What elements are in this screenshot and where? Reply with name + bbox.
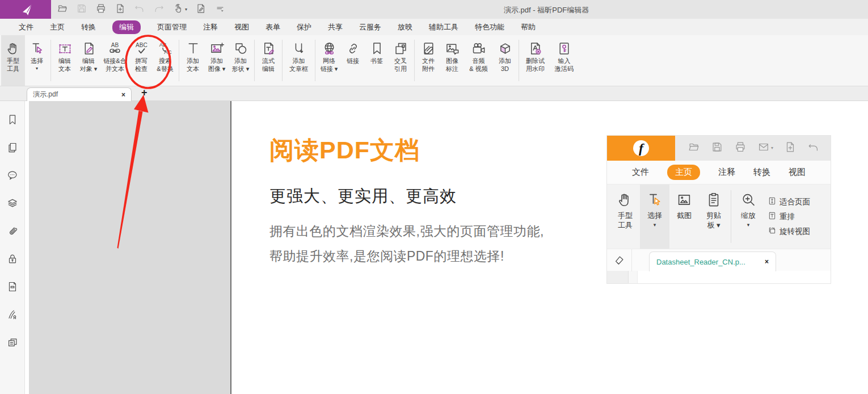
panel-security-button[interactable]	[6, 253, 19, 267]
new-tab-button[interactable]: +	[141, 87, 148, 99]
menu-tab-保护[interactable]: 保护	[297, 22, 311, 32]
menu-tab-放映[interactable]: 放映	[398, 22, 412, 32]
menu-tab-页面管理[interactable]: 页面管理	[157, 22, 187, 32]
undo-button	[133, 2, 146, 18]
snapshot-icon	[676, 191, 693, 211]
svg-text:AB: AB	[111, 41, 119, 48]
edit-object-button[interactable]: 编辑对象 ▾	[77, 35, 100, 86]
ribbon-separator	[254, 40, 255, 81]
hand-tool-button[interactable]: 手型工具	[1, 35, 25, 86]
link-merge-icon: AB	[107, 40, 123, 57]
reader-zoom-button: 缩放▾	[734, 185, 763, 249]
menu-tab-帮助[interactable]: 帮助	[521, 22, 536, 32]
edit-object-label: 编辑	[82, 57, 95, 65]
menu-tab-视图[interactable]: 视图	[234, 22, 249, 32]
edit-text-button[interactable]: 编辑文本	[53, 35, 77, 86]
file-attachment-button[interactable]: 文件附件	[416, 35, 440, 86]
flow-edit-button[interactable]: 流式编辑	[256, 35, 280, 86]
menu-tab-编辑[interactable]: 编辑	[112, 20, 141, 34]
spell-check-label2: 检查	[135, 65, 148, 73]
enter-activation-code-label: 输入	[558, 57, 571, 65]
menu-tab-云服务[interactable]: 云服务	[359, 22, 381, 32]
flow-edit-label2: 编辑	[262, 65, 275, 73]
image-annotation-label2: 标注	[446, 65, 458, 73]
enter-activation-code-label2: 激活码	[555, 65, 574, 73]
select-orange-icon	[646, 191, 663, 211]
spell-check-button[interactable]: ABC拼写检查	[129, 35, 153, 86]
image-annotation-button[interactable]: 图像标注	[440, 35, 464, 86]
open-button[interactable]	[56, 2, 69, 18]
navigation-sidebar	[0, 101, 25, 394]
bookmark-icon	[369, 40, 385, 57]
touch-mode-button[interactable]: ▾	[171, 2, 188, 18]
document-tab[interactable]: 演示.pdf ×	[27, 87, 132, 101]
svg-text:AB: AB	[159, 41, 166, 48]
reader-label: 剪贴	[706, 211, 721, 220]
menu-tab-主页[interactable]: 主页	[50, 22, 65, 32]
document-properties-button[interactable]	[194, 2, 208, 18]
hand-tool-label: 手型	[7, 57, 19, 65]
print-button[interactable]	[94, 2, 108, 18]
cross-reference-label2: 引用	[394, 65, 407, 73]
ribbon-separator	[414, 40, 415, 81]
menu-tab-文件[interactable]: 文件	[19, 22, 33, 32]
web-links-button[interactable]: 网络链接 ▾	[317, 35, 341, 86]
reader-fit-page-button: 适合页面	[768, 196, 810, 207]
menu-tab-注释[interactable]: 注释	[203, 22, 218, 32]
spellcheck-icon: ABC	[134, 40, 149, 57]
panel-bookmarks-button[interactable]	[6, 114, 19, 128]
link-merge-text-button[interactable]: AB链接&合并文本	[100, 35, 129, 86]
menu-tab-辅助工具[interactable]: 辅助工具	[429, 22, 458, 32]
add-text-button[interactable]: 添加文本	[181, 35, 205, 86]
hand-icon	[617, 191, 634, 211]
tab-close-icon[interactable]: ×	[121, 91, 125, 99]
quick-access-toolbar: ▾	[56, 0, 227, 19]
reader-save-button	[711, 141, 723, 156]
titlebar: ▾ 演示.pdf - 福昕PDF编辑器	[0, 0, 868, 19]
add-image-button[interactable]: 添加图像 ▾	[205, 35, 229, 86]
link-button[interactable]: 链接	[341, 35, 365, 86]
customize-toolbar-button[interactable]	[213, 2, 227, 18]
reader-label: 缩放	[741, 211, 756, 220]
reader-content-strip	[607, 271, 831, 283]
remove-trial-watermark-button[interactable]: 删除试用水印	[521, 35, 550, 86]
page-body-line1: 拥有出色的文档渲染效果,强大的页面管理功能,	[269, 223, 544, 240]
add-3d-button[interactable]: 添加3D	[493, 35, 517, 86]
menu-tab-表单[interactable]: 表单	[266, 22, 280, 32]
panel-layers-button[interactable]	[6, 197, 19, 212]
newpage-icon	[115, 3, 126, 16]
pdf-page: 阅读PDF文档 更强大、更实用、更高效 拥有出色的文档渲染效果,强大的页面管理功…	[233, 101, 868, 394]
search-replace-button[interactable]: ABAC搜索&替换	[153, 35, 177, 86]
panel-comments-button[interactable]	[6, 169, 19, 184]
new-document-button[interactable]	[113, 2, 127, 18]
foxit-pdf-editor-window: ▾ 演示.pdf - 福昕PDF编辑器 文件主页转换编辑页面管理注释视图表单保护…	[0, 0, 868, 394]
document-tab-label: 演示.pdf	[33, 90, 121, 99]
menu-bar: 文件主页转换编辑页面管理注释视图表单保护共享云服务放映辅助工具特色功能帮助	[0, 19, 868, 35]
image-annotation-label: 图像	[446, 57, 458, 65]
panel-attachments-button[interactable]	[6, 225, 19, 240]
panel-fields-button[interactable]	[6, 336, 19, 351]
panel-destinations-button[interactable]	[6, 280, 19, 295]
add-shape-label2: 形状 ▾	[232, 65, 250, 73]
add-article-box-button[interactable]: 添加文章框	[284, 35, 313, 86]
audio-video-button[interactable]: 音频& 视频	[464, 35, 493, 86]
panel-pages-button[interactable]	[6, 141, 19, 156]
panel-signatures-button[interactable]	[6, 308, 19, 323]
menu-tab-转换[interactable]: 转换	[81, 22, 96, 32]
sb-copy-icon	[6, 341, 19, 350]
add-shape-button[interactable]: 添加形状 ▾	[229, 35, 252, 86]
enter-activation-code-button[interactable]: 输入激活码	[550, 35, 579, 86]
app-logo-icon[interactable]	[0, 0, 51, 19]
sb-comment-icon	[6, 174, 19, 183]
audio-video-label2: & 视频	[469, 65, 487, 73]
select-tool-button[interactable]: 选择▾	[25, 35, 49, 86]
sb-pages-icon	[6, 146, 19, 156]
cross-reference-button[interactable]: 交叉引用	[389, 35, 412, 86]
image-annot-icon	[445, 40, 460, 57]
remove-watermark-icon	[528, 40, 543, 57]
redo-icon	[153, 3, 165, 16]
bookmark-button[interactable]: 书签	[365, 35, 389, 86]
menu-tab-共享[interactable]: 共享	[328, 22, 343, 32]
touch-mode-dropdown-icon[interactable]: ▾	[185, 7, 187, 12]
menu-tab-特色功能[interactable]: 特色功能	[475, 22, 504, 32]
